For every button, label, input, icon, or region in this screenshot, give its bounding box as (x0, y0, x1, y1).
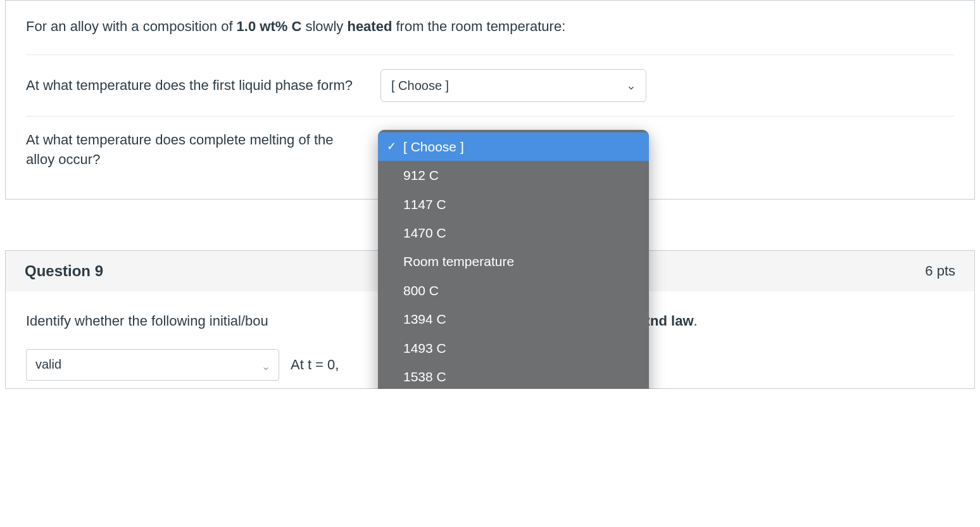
dropdown-option[interactable]: 1493 C (378, 334, 649, 362)
answer-row-1: At what temperature does the first liqui… (26, 54, 954, 116)
answer-1-label: At what temperature does the first liqui… (26, 76, 368, 96)
answer-row-2: At what temperature does complete meltin… (26, 116, 954, 184)
prompt-bold-composition: 1.0 wt% C (237, 18, 302, 34)
dropdown-option[interactable]: 1147 C (378, 190, 649, 219)
question-9-points: 6 pts (925, 263, 955, 279)
q9-prompt-period: . (694, 313, 698, 329)
dropdown-option[interactable]: Room temperature (378, 247, 649, 276)
question-8-body: For an alloy with a composition of 1.0 w… (6, 1, 974, 199)
prompt-bold-heated: heated (347, 18, 392, 34)
q9-prompt-left: Identify whether the following initial/b… (26, 313, 268, 329)
dropdown-option[interactable]: 1394 C (378, 305, 649, 333)
question-8-card: For an alloy with a composition of 1.0 w… (5, 0, 975, 200)
question-8-prompt: For an alloy with a composition of 1.0 w… (26, 16, 954, 37)
question-9-title: Question 9 (25, 262, 103, 280)
select-value: valid (35, 357, 61, 372)
dropdown-option[interactable]: 1470 C (378, 219, 649, 247)
select-value: [ Choose ] (391, 79, 449, 93)
answer-1-select-wrap: [ Choose ] (380, 69, 646, 102)
dropdown-option[interactable]: 800 C (378, 276, 649, 305)
dropdown-option[interactable]: 1538 C (378, 362, 649, 389)
dropdown-option[interactable]: [ Choose ] (378, 132, 649, 161)
chevron-down-icon (627, 81, 636, 90)
chevron-down-icon (262, 361, 270, 369)
prompt-text: slowly (301, 18, 347, 34)
answer-2-label: At what temperature does complete meltin… (26, 130, 368, 170)
prompt-text: from the room temperature: (392, 18, 565, 34)
answer-1-select[interactable]: [ Choose ] (380, 69, 646, 102)
q9-condition-left: At t = 0, (291, 357, 339, 373)
prompt-text: For an alloy with a composition of (26, 18, 237, 34)
dropdown-menu[interactable]: [ Choose ]912 C1147 C1470 CRoom temperat… (378, 130, 649, 389)
q9-valid-select[interactable]: valid (26, 349, 279, 381)
dropdown-option[interactable]: 912 C (378, 161, 649, 189)
answer-2-select-wrap: [ Choose ] [ Choose ]912 C1147 C1470 CRo… (380, 134, 646, 167)
